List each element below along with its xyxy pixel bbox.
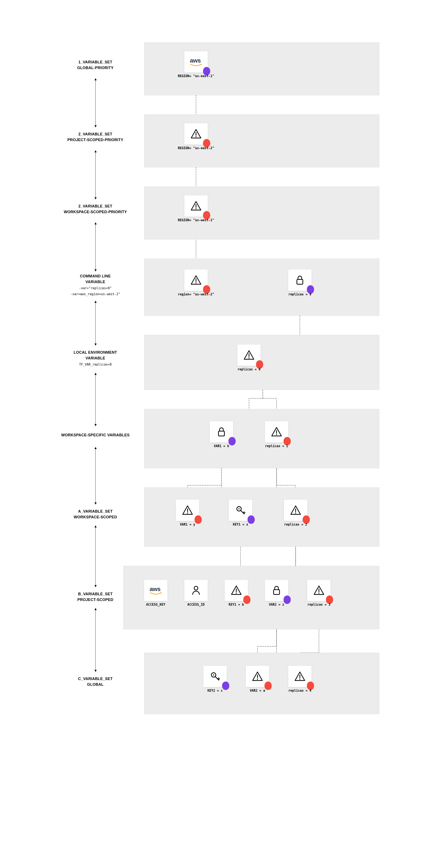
variable-card-label: replicas = 2 [284,523,307,526]
warning-icon [190,200,202,212]
scope-label-line: WORKSPACE-SCOPED-PRIORITY [55,209,135,215]
variable-card: awsACCESS_KEY [144,580,167,601]
scope-panel [144,258,379,316]
scope-label: 2_VARIABLE_SETWORKSPACE-SCOPED-PRIORITY [55,204,135,215]
svg-rect-21 [274,590,280,595]
variable-card-label: ACCESS_ID [187,603,205,607]
scope-label-line: A_VARIABLE_SET [55,508,135,514]
svg-rect-9 [218,431,224,436]
svg-point-15 [239,508,240,509]
svg-point-25 [213,674,214,675]
variable-card-label: REGION= "us-west-1" [178,218,214,222]
warning-icon [252,671,264,682]
variable-card-label: REGION= "us-east-2" [178,146,214,150]
warning-icon [230,585,242,596]
precedence-axis-segment [95,447,96,504]
variable-card: KEY1 = b [225,580,248,601]
variable-card: VAR2 = z [265,580,288,601]
variable-card: VAR1 = y [176,500,199,521]
scope-label-line: VARIABLE [55,279,135,285]
status-badge [248,516,255,524]
precedence-axis-segment [95,373,96,426]
precedence-axis-segment [95,222,96,271]
variable-card: REGION= "us-west-1" [184,195,208,217]
key-icon [209,671,221,682]
precedence-axis-segment [95,151,96,199]
warning-icon [294,671,306,682]
aws-icon: aws [190,57,202,66]
scope-label-line: GLOBAL [55,682,135,687]
scope-label-line: GLOBAL-PRIORITY [55,65,135,71]
svg-point-29 [300,679,301,680]
variable-card-label: ACCESS_KEY [146,603,165,607]
scope-label-line: WORKSPACE-SPECIFIC VARIABLES [55,432,135,438]
scope-label-line: PROJECT-SCOPED [55,597,135,603]
variable-card-label: region= "us-west-2" [178,292,214,296]
svg-point-27 [257,679,258,680]
scope-panel [144,409,379,468]
scope-panel [144,115,379,167]
warning-icon [190,128,202,140]
scope-panel [144,186,379,240]
variable-card: ACCESS_ID [184,580,208,601]
svg-point-13 [187,513,188,514]
variable-card-label: VAR2 = a [250,689,265,692]
scope-label-line: LOCAL ENVIRONMENT [55,350,135,355]
variable-card: region= "us-west-2" [184,270,208,291]
status-badge [243,595,250,604]
variable-card: replicas = 2 [284,500,307,521]
variable-card-label: KEY1 = x [233,523,248,526]
key-icon [235,504,246,516]
warning-icon [271,426,282,438]
scope-label: LOCAL ENVIRONMENTVARIABLETF_VAR_replicas… [55,350,135,367]
svg-point-17 [295,513,296,514]
precedence-axis-segment [95,608,96,672]
variable-card-label: replicas = 9 [288,292,311,296]
scope-label-sub: TF_VAR_replicas=8 [55,362,135,367]
precedence-axis-segment [95,301,96,345]
status-badge [194,516,202,524]
variable-card: KEY1 = x [229,500,252,521]
scope-label: 2_VARIABLE_SETPROJECT-SCOPED-PRIORITY [55,131,135,143]
scope-label-line: COMMAND LINE [55,273,135,279]
scope-label: C_VARIABLE_SETGLOBAL [55,676,135,687]
variable-card: REGION= "us-east-2" [184,123,208,145]
scope-label-sub: -var=aws_region=us-west-2" [55,291,135,297]
status-badge [283,595,291,604]
variable-card: VAR2 = a [246,666,269,687]
scope-label-line: B_VARIABLE_SET [55,591,135,597]
variable-card-label: replicas = 8 [238,368,260,371]
variable-card-label: REGION= "us-east-1" [178,74,214,78]
scope-label-sub: -var="replicas=9" [55,286,135,291]
scope-label: B_VARIABLE_SETPROJECT-SCOPED [55,591,135,603]
scope-label-line: PROJECT-SCOPED-PRIORITY [55,137,135,143]
variable-card: VAR1 = h [210,421,233,442]
svg-rect-6 [297,280,303,284]
svg-point-11 [276,434,277,435]
variable-card: replicas = 4 [288,666,311,687]
status-badge [222,682,229,690]
lock-icon [216,426,227,438]
scope-label-line: 2_VARIABLE_SET [55,204,135,209]
scope-panel [144,42,379,95]
variable-card-label: KEY2 = c [208,689,223,692]
lock-icon [271,585,282,596]
svg-point-18 [194,586,198,590]
warning-icon [190,274,202,286]
svg-point-1 [195,136,197,137]
variable-card-label: VAR2 = z [269,603,284,607]
scope-label-line: C_VARIABLE_SET [55,676,135,682]
variable-card: replicas = 9 [288,270,311,291]
scope-label: A_VARIABLE_SETWORKSPACE-SCOPED [55,508,135,520]
variable-card-label: replicas = 3 [308,603,330,607]
variable-card: replicas = 8 [237,345,261,366]
svg-point-8 [249,358,250,359]
variable-card-label: KEY1 = b [229,603,244,607]
scope-label: 1_VARIABLE_SETGLOBAL-PRIORITY [55,59,135,71]
status-badge [228,437,236,445]
scope-label-line: 2_VARIABLE_SET [55,131,135,137]
variable-card: replicas = 3 [307,580,331,601]
scope-label-line: 1_VARIABLE_SET [55,59,135,65]
scope-label-line: WORKSPACE-SCOPED [55,514,135,520]
warning-icon [313,585,325,596]
